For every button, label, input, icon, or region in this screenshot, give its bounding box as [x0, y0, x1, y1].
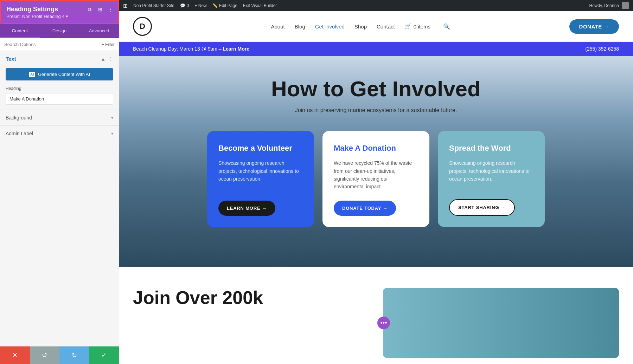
announcement-link[interactable]: Learn More	[223, 46, 249, 52]
hero-section: How to Get Involved Join us in preservin…	[119, 56, 633, 267]
nav-blog[interactable]: Blog	[295, 24, 305, 30]
background-section[interactable]: Background ▾	[0, 110, 119, 125]
purple-dot-icon[interactable]: •••	[377, 317, 390, 329]
search-options-input[interactable]	[4, 42, 102, 47]
nav-get-involved[interactable]: Get-involved	[315, 24, 345, 30]
panel-icon-columns[interactable]: ⊞	[96, 6, 104, 13]
filter-button[interactable]: + Filter	[102, 42, 115, 47]
text-section-header[interactable]: Text ▲ ⋮	[0, 51, 119, 67]
redo-button[interactable]: ↻	[59, 346, 89, 364]
volunteer-card-text: Showcasing ongoing research projects, te…	[218, 159, 303, 191]
wp-exit-builder[interactable]: Exit Visual Builder	[243, 3, 277, 8]
background-arrow: ▾	[111, 115, 113, 120]
donation-card-title: Make A Donation	[334, 144, 418, 153]
sharing-card-text: Showcasing ongoing research projects, te…	[449, 159, 533, 189]
donate-header-button[interactable]: DONATE →	[569, 19, 619, 34]
search-icon[interactable]: 🔍	[443, 23, 450, 30]
text-section-title: Text	[6, 56, 16, 62]
wp-admin-bar: ⊞ Non Profit Starter Site 💬 0 + New ✏️ E…	[119, 0, 633, 11]
volunteer-card-title: Become a Volunteer	[218, 144, 303, 153]
cart-icon: 🛒	[405, 23, 411, 30]
panel-header: Heading Settings Preset: Non Profit Head…	[0, 0, 119, 24]
announcement-bar: Beach Cleanup Day: March 13 @ 9am – Lear…	[119, 42, 633, 56]
tab-design[interactable]: Design	[40, 24, 79, 38]
wp-logo: ⊞	[123, 2, 128, 9]
admin-label-section[interactable]: Admin Label ▾	[0, 126, 119, 141]
ai-icon: AI	[29, 72, 35, 77]
admin-label: Admin Label	[6, 131, 33, 136]
heading-label: Heading	[6, 86, 113, 91]
text-section-actions: ▲ ⋮	[101, 56, 113, 62]
below-fold-title: Join Over 200k	[133, 288, 369, 308]
donation-card-text: We have recycled 75% of the waste from o…	[334, 159, 418, 191]
heading-field-group: Heading	[0, 85, 119, 110]
below-fold-image: •••	[383, 288, 619, 358]
tab-content[interactable]: Content	[0, 24, 40, 38]
panel-preset[interactable]: Preset: Non Profit Heading 4 ▾	[6, 14, 113, 19]
more-icon[interactable]: ⋮	[108, 56, 113, 62]
panel-search-bar: + Filter	[0, 38, 119, 51]
ai-button-label: Generate Content With AI	[38, 72, 90, 77]
sharing-card-title: Spread the Word	[449, 144, 533, 153]
text-section: Text ▲ ⋮ AI Generate Content With AI Hea…	[0, 51, 119, 110]
announcement-text: Beach Cleanup Day: March 13 @ 9am – Lear…	[133, 46, 249, 52]
nav-contact[interactable]: Contact	[377, 24, 395, 30]
wp-comments[interactable]: 💬 0	[180, 3, 189, 8]
nav-cart[interactable]: 🛒 0 items	[405, 23, 430, 30]
volunteer-card: Become a Volunteer Showcasing ongoing re…	[207, 131, 314, 227]
comment-icon: 💬	[180, 3, 185, 8]
sharing-card: Spread the Word Showcasing ongoing resea…	[438, 131, 545, 227]
heading-input[interactable]	[6, 93, 113, 105]
start-sharing-button[interactable]: START SHARING →	[449, 199, 515, 216]
site-logo[interactable]: D	[133, 17, 152, 36]
panel-icon-window[interactable]: ⧉	[86, 6, 94, 13]
below-fold-section: Join Over 200k •••	[119, 267, 633, 364]
main-content-area: ⊞ Non Profit Starter Site 💬 0 + New ✏️ E…	[119, 0, 633, 364]
background-label: Background	[6, 115, 32, 121]
panel-header-icons: ⧉ ⊞ ⋮	[86, 6, 115, 13]
cancel-button[interactable]: ✕	[0, 346, 30, 364]
donation-card: Make A Donation We have recycled 75% of …	[322, 131, 429, 227]
site-header: D About Blog Get-involved Shop Contact 🛒…	[119, 11, 633, 42]
wp-bar-right: Howdy, Deanna	[589, 2, 629, 9]
nav-about[interactable]: About	[271, 24, 285, 30]
hero-title: How to Get Involved	[271, 77, 481, 101]
site-nav: About Blog Get-involved Shop Contact 🛒 0…	[271, 23, 450, 30]
wp-edit-page[interactable]: ✏️ Edit Page	[212, 3, 237, 8]
admin-arrow: ▾	[111, 131, 113, 136]
hero-subtitle: Join us in preserving marine ecosystems …	[295, 107, 457, 113]
save-button[interactable]: ✓	[89, 346, 119, 364]
nav-shop[interactable]: Shop	[354, 24, 367, 30]
pencil-icon: ✏️	[212, 3, 218, 8]
wp-site-name[interactable]: Non Profit Starter Site	[133, 3, 174, 8]
settings-panel: Heading Settings Preset: Non Profit Head…	[0, 0, 119, 364]
panel-footer: ✕ ↺ ↻ ✓	[0, 346, 119, 364]
learn-more-button[interactable]: LEARN MORE →	[218, 201, 275, 216]
announcement-phone: (255) 352-6258	[585, 46, 619, 52]
ai-generate-button[interactable]: AI Generate Content With AI	[6, 68, 113, 80]
below-fold-text: Join Over 200k	[133, 288, 369, 308]
panel-icon-more[interactable]: ⋮	[107, 6, 115, 13]
wp-new[interactable]: + New	[194, 3, 206, 8]
howdy-text: Howdy, Deanna	[589, 3, 619, 8]
collapse-icon[interactable]: ▲	[101, 56, 106, 62]
user-avatar	[622, 2, 629, 9]
tab-advanced[interactable]: Advanced	[79, 24, 119, 38]
cards-row: Become a Volunteer Showcasing ongoing re…	[207, 131, 545, 227]
undo-button[interactable]: ↺	[30, 346, 60, 364]
panel-tabs: Content Design Advanced	[0, 24, 119, 38]
donate-today-button[interactable]: DONATE TODAY →	[334, 201, 396, 216]
cart-count: 0 items	[414, 24, 430, 30]
